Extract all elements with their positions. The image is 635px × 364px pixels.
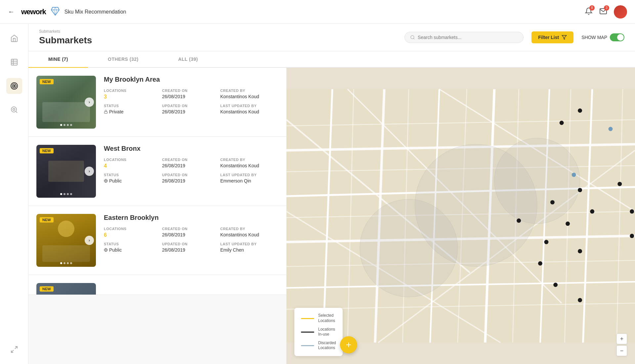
field-status-3: STATUS Public [104,242,162,253]
map-zoom: + − [616,334,627,356]
card-eastern-brooklyn: NEW › Eastern Brooklyn LOCATIONS 6 [28,206,286,275]
svg-point-71 [538,261,542,265]
svg-point-62 [578,188,582,192]
map-panel[interactable]: SelectedLocations LocationsIn-use Discar… [286,68,635,364]
zoom-in-button[interactable]: + [616,334,627,344]
legend-line-selected [301,318,314,319]
toggle-knob [617,34,624,41]
svg-point-58 [617,182,622,186]
tab-mine[interactable]: MINE (7) [28,51,88,67]
show-map-toggle[interactable]: SHOW MAP [581,33,624,41]
legend-label-selected: SelectedLocations [318,313,335,323]
filter-button[interactable]: Filter List [531,31,573,43]
field-created-by-2: CREATED BY Konstantinos Koud [220,158,278,169]
card-partial: NEW [28,275,286,295]
messages-button[interactable]: 3 [599,7,607,17]
field-updated-on-3: UPDATED ON 26/08/2019 [162,242,220,253]
app-title: Sku Mix Recommendation [64,9,126,15]
svg-line-11 [11,350,14,352]
svg-point-64 [550,200,555,204]
tabs: MINE (7) OTHERS (32) ALL (39) [28,51,635,68]
search-icon [410,35,415,40]
field-created-on-3: CREATED ON 26/08/2019 [162,227,220,238]
toggle-switch[interactable] [610,33,624,41]
notification-badge: 8 [589,5,595,11]
card-image-partial[interactable]: NEW [36,283,96,295]
add-button[interactable]: + [340,336,357,353]
message-badge: 3 [604,5,609,11]
user-avatar[interactable] [614,5,627,19]
legend-label-discarded: DiscardedLocations [318,341,336,351]
card-image-my-brooklyn[interactable]: NEW › [36,76,96,129]
svg-rect-0 [11,59,17,65]
field-status-2: STATUS Public [104,173,162,183]
card-nav-right-1[interactable]: › [85,98,94,107]
card-body-1: My Brooklyn Area LOCATIONS 3 CREATED ON … [104,76,278,129]
map-legend: SelectedLocations LocationsIn-use Discar… [294,308,343,356]
field-locations-1: LOCATIONS 3 [104,89,162,100]
field-last-updated-by-3: LAST UPDATED BY Emily Chen [220,242,278,253]
card-nav-right-2[interactable]: › [85,167,94,176]
globe-icon-2 [104,179,108,183]
legend-selected-locations: SelectedLocations [301,313,336,323]
legend-line-discarded [301,345,314,346]
legend-label-inuse: LocationsIn-use [318,327,335,337]
sidebar-item-search-location[interactable] [6,102,22,118]
new-badge-1: NEW [40,79,54,84]
svg-rect-15 [105,112,107,114]
sidebar-item-target[interactable] [6,78,22,94]
search-input[interactable] [418,35,518,40]
card-body-2: West Bronx LOCATIONS 4 CREATED ON 26/08/… [104,145,278,198]
back-button[interactable]: ← [8,8,15,16]
field-created-on-1: CREATED ON 26/08/2019 [162,89,220,100]
svg-marker-14 [562,35,567,39]
search-bar[interactable] [404,32,524,43]
status-value-2: Public [104,178,162,183]
sidebar-item-expand[interactable] [6,342,22,357]
svg-line-13 [414,38,415,39]
breadcrumb: Submarkets [39,29,92,34]
svg-point-12 [411,35,414,39]
legend-line-inuse [301,332,314,333]
svg-point-73 [578,298,582,302]
page-header: Submarkets Submarkets Filter List SHOW M… [28,24,635,51]
notifications-button[interactable]: 8 [585,7,593,17]
svg-point-68 [630,234,634,238]
svg-point-50 [578,108,582,113]
sidebar-item-list[interactable] [6,54,22,70]
sidebar [0,24,28,364]
card-dots-1 [60,124,72,126]
sidebar-item-home[interactable] [6,30,22,46]
svg-point-6 [14,85,15,87]
card-fields-1: LOCATIONS 3 CREATED ON 26/08/2019 CREATE… [104,89,278,114]
svg-point-67 [544,240,548,244]
zoom-out-button[interactable]: − [616,345,627,356]
card-fields-3: LOCATIONS 6 CREATED ON 26/08/2019 CREATE… [104,227,278,253]
split-view: NEW › My Brooklyn Area LOCATIONS 3 [28,68,635,364]
card-dots-2 [60,193,72,195]
card-name-1: My Brooklyn Area [104,76,278,83]
page-title: Submarkets [39,35,92,46]
card-nav-right-3[interactable]: › [85,236,94,245]
card-name-2: West Bronx [104,145,278,152]
svg-point-61 [630,209,634,214]
topbar: ← wework Sku Mix Recommendation 8 3 [0,0,635,24]
globe-icon-3 [104,248,108,252]
new-badge-3: NEW [40,217,54,222]
card-name-3: Eastern Brooklyn [104,214,278,222]
card-image-west-bronx[interactable]: NEW › [36,145,96,198]
tab-others[interactable]: OTHERS (32) [88,51,158,67]
status-value-3: Public [104,247,162,253]
field-updated-on-1: UPDATED ON 26/08/2019 [162,104,220,114]
svg-point-77 [609,127,613,131]
legend-locations-inuse: LocationsIn-use [301,327,336,337]
svg-point-72 [553,283,558,287]
field-last-updated-by-1: LAST UPDATED BY Konstantinos Koud [220,104,278,114]
card-dots-3 [60,262,72,264]
tab-all[interactable]: ALL (39) [158,51,218,67]
logo: wework [21,8,46,16]
svg-point-65 [566,222,570,226]
card-image-eastern-brooklyn[interactable]: NEW › [36,214,96,267]
field-last-updated-by-2: LAST UPDATED BY Emmerson Qin [220,173,278,183]
card-my-brooklyn-area: NEW › My Brooklyn Area LOCATIONS 3 [28,68,286,137]
